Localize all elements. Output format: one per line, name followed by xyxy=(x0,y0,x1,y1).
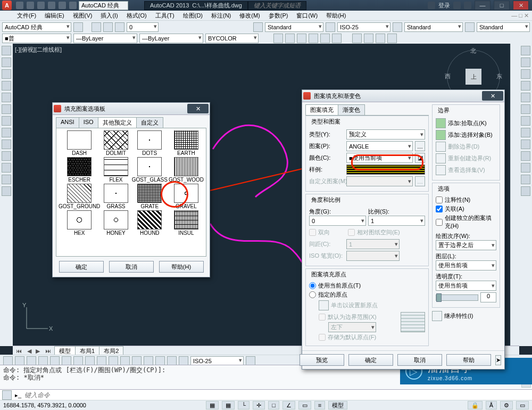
pattern-honey[interactable]: HONEY xyxy=(101,210,130,236)
workspace-combo[interactable]: AutoCAD 经典 xyxy=(2,22,71,32)
text-icon[interactable] xyxy=(2,151,11,161)
tab-nav-last-icon[interactable]: ⏭ xyxy=(42,348,54,354)
sel-transparency[interactable]: 使用当前项 xyxy=(436,281,496,291)
viewport6-icon[interactable] xyxy=(332,34,342,43)
palette-close-button[interactable]: ✕ xyxy=(187,104,209,113)
pattern-flex[interactable]: FLEX xyxy=(101,157,130,183)
palette-cancel-button[interactable]: 取消 xyxy=(109,261,154,273)
offset-icon[interactable] xyxy=(521,81,530,91)
fillet-icon[interactable] xyxy=(521,175,530,184)
pattern-hex[interactable]: HEX xyxy=(59,210,100,236)
pattern-escher[interactable]: ESCHER xyxy=(59,157,100,183)
move-icon[interactable] xyxy=(521,104,530,114)
menu-draw[interactable]: 绘图(D) xyxy=(180,12,206,20)
qat-open-icon[interactable] xyxy=(27,2,34,9)
textstyle-combo[interactable]: Standard xyxy=(265,22,323,32)
tab-gradient[interactable]: 渐变色 xyxy=(338,104,365,115)
close-button[interactable]: ✕ xyxy=(513,1,529,10)
tab-nav-next-icon[interactable]: ▶ xyxy=(34,348,42,355)
refdiscard-icon[interactable] xyxy=(387,34,397,43)
coord-readout[interactable]: 16884.1578, 4579.3921, 0.0000 xyxy=(3,402,86,408)
doc-min-icon[interactable]: — □ ✕ xyxy=(508,12,532,19)
palette-titlebar[interactable]: 填充图案选项板 ✕ xyxy=(53,103,210,115)
hatch-close-button[interactable]: ✕ xyxy=(482,91,503,101)
arc-icon[interactable] xyxy=(2,81,11,91)
qat-print-icon[interactable] xyxy=(69,2,77,9)
pattern-dots[interactable]: DOTS xyxy=(132,130,168,156)
refopen-icon[interactable] xyxy=(364,34,373,43)
menu-param[interactable]: 参数(P) xyxy=(265,12,292,20)
extend-icon[interactable] xyxy=(521,163,530,173)
textstyle-icon[interactable] xyxy=(253,22,263,32)
pattern-dash[interactable]: DASH xyxy=(59,130,100,156)
annoscale-icon[interactable]: 🔒 xyxy=(468,401,483,409)
swatch-preview[interactable] xyxy=(346,165,425,175)
layer-freeze-icon[interactable] xyxy=(115,22,124,32)
signin-label[interactable]: 登录 xyxy=(438,2,450,10)
snap-toggle[interactable]: ▦ xyxy=(206,401,219,409)
menu-help[interactable]: 帮助(H) xyxy=(323,12,349,20)
sel-angle[interactable]: 0 xyxy=(309,216,366,226)
pattern-grate[interactable]: GRATE xyxy=(132,184,168,209)
bgcolor-button[interactable]: ◪ xyxy=(415,153,425,163)
command-input[interactable] xyxy=(23,391,532,399)
menu-window[interactable]: 窗口(W) xyxy=(293,12,321,20)
layer-zero-combo[interactable]: 0 xyxy=(127,22,159,32)
pattern-gost-ground[interactable]: GOST_GROUND xyxy=(59,184,100,209)
pattern-hound[interactable]: HOUND xyxy=(132,210,168,236)
pattern-gost-wood[interactable]: GOST_WOOD xyxy=(169,157,204,183)
chk-associative[interactable]: 关联(A) xyxy=(436,205,496,213)
refedit-icon[interactable] xyxy=(352,34,362,43)
dyn-toggle[interactable]: ▭ xyxy=(298,401,311,409)
plotstyle-combo[interactable]: BYCOLOR xyxy=(205,34,259,43)
trim-icon[interactable] xyxy=(521,151,530,161)
ws-settings-icon[interactable] xyxy=(73,22,83,32)
btn-ok[interactable]: 确定 xyxy=(348,354,393,366)
menu-file[interactable]: 文件(F) xyxy=(14,12,39,20)
rectangle-icon[interactable] xyxy=(2,93,11,102)
btn-inherit[interactable]: 继承特性(I) xyxy=(444,312,473,320)
erase-icon[interactable] xyxy=(521,46,530,55)
viewport2-icon[interactable] xyxy=(285,34,295,43)
ellipse-icon[interactable] xyxy=(2,104,11,114)
viewport-label[interactable]: [-][俯视][二维线框] xyxy=(15,46,62,54)
tab-nav-first-icon[interactable]: ⏮ xyxy=(13,348,25,354)
polyline-icon[interactable] xyxy=(2,58,11,67)
osnap-toggle[interactable]: □ xyxy=(268,401,279,409)
transparency-value[interactable]: 0 xyxy=(480,292,496,302)
menu-insert[interactable]: 插入(I) xyxy=(97,12,121,20)
tablestyle-combo[interactable]: Standard xyxy=(404,22,463,32)
transparency-slider[interactable] xyxy=(436,294,478,301)
tablestyle-icon[interactable] xyxy=(393,22,402,32)
btn-help[interactable]: 帮助 xyxy=(446,354,491,366)
otrack-toggle[interactable]: ∠ xyxy=(282,401,295,409)
color-combo[interactable]: ■ 普 xyxy=(2,34,71,43)
sel-scale[interactable]: 1 xyxy=(368,216,425,226)
grid-toggle[interactable]: ▦ xyxy=(222,401,235,409)
pattern-insul[interactable]: INSUL xyxy=(169,210,204,236)
sel-pattern[interactable]: ANGLE xyxy=(346,141,413,151)
pattern-gost-glass[interactable]: GOST_GLASS xyxy=(132,157,168,183)
tab-other[interactable]: 其他预定义 xyxy=(98,117,137,128)
palette-ok-button[interactable]: 确定 xyxy=(59,261,104,273)
region-icon[interactable] xyxy=(2,163,11,173)
menu-dim[interactable]: 标注(N) xyxy=(208,12,234,20)
hatch-titlebar[interactable]: 图案填充和渐变色 ✕ xyxy=(302,90,504,102)
radio-current-origin[interactable]: 使用当前原点(T) xyxy=(309,282,425,290)
btn-cancel[interactable]: 取消 xyxy=(397,354,442,366)
mleaderstyle-icon[interactable] xyxy=(465,22,475,32)
mleaderstyle-combo[interactable]: Standard xyxy=(477,22,530,32)
infocenter-search[interactable]: 键入关键字或短语 xyxy=(248,1,306,10)
menu-format[interactable]: 格式(O) xyxy=(123,12,150,20)
pattern-browse-button[interactable]: … xyxy=(415,141,425,151)
chk-separate[interactable]: 创建独立的图案填充(H) xyxy=(436,214,496,230)
viewport3-icon[interactable] xyxy=(297,34,306,43)
expand-button[interactable]: ➤ xyxy=(495,355,501,365)
array-icon[interactable] xyxy=(521,93,530,102)
btn-preview[interactable]: 预览 xyxy=(300,354,344,366)
polar-toggle[interactable]: ✛ xyxy=(253,401,265,409)
viewport4-icon[interactable] xyxy=(309,34,318,43)
copy-icon[interactable] xyxy=(521,58,530,67)
tab-nav-prev-icon[interactable]: ◀ xyxy=(25,348,34,355)
lwt-toggle[interactable]: ≡ xyxy=(314,401,325,409)
